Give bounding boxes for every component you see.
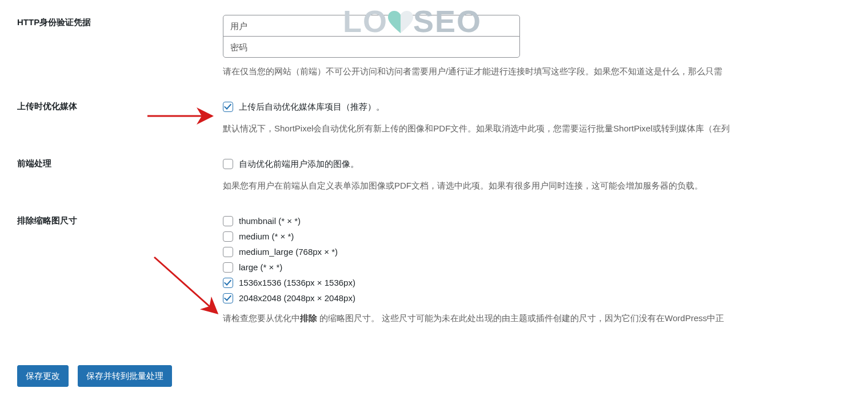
exclude-thumb-checkbox[interactable]: [223, 262, 233, 273]
exclude-thumb-label[interactable]: medium_large (768px × *): [239, 247, 338, 257]
optimize-upload-description: 默认情况下，ShortPixel会自动优化所有新上传的图像和PDF文件。如果取消…: [223, 122, 851, 135]
exclude-thumb-label[interactable]: thumbnail (* × *): [239, 216, 301, 226]
exclude-thumb-checkbox[interactable]: [223, 231, 233, 242]
optimize-upload-checkbox[interactable]: [223, 102, 233, 112]
exclude-thumb-checkbox[interactable]: [223, 278, 233, 288]
http-auth-pass-input[interactable]: [223, 36, 520, 58]
exclude-thumbs-description: 请检查您要从优化中排除 的缩略图尺寸。 这些尺寸可能为未在此处出现的由主题或插件…: [223, 311, 851, 325]
http-auth-description: 请在仅当您的网站（前端）不可公开访问和访问者需要用户/通行证才能进行连接时填写这…: [223, 65, 851, 78]
exclude-thumb-checkbox[interactable]: [223, 216, 233, 226]
frontend-checkbox-label[interactable]: 自动优化前端用户添加的图像。: [239, 159, 359, 170]
optimize-upload-label: 上传时优化媒体: [17, 95, 223, 153]
exclude-thumb-checkbox[interactable]: [223, 293, 233, 303]
exclude-thumbs-label: 排除缩略图尺寸: [17, 210, 223, 342]
exclude-thumb-label[interactable]: 2048x2048 (2048px × 2048px): [239, 293, 355, 303]
frontend-description: 如果您有用户在前端从自定义表单添加图像或PDF文档，请选中此项。如果有很多用户同…: [223, 179, 851, 193]
http-auth-label: HTTP身份验证凭据: [17, 11, 223, 95]
exclude-thumb-checkbox[interactable]: [223, 247, 233, 257]
exclude-thumb-label[interactable]: 1536x1536 (1536px × 1536px): [239, 278, 355, 287]
exclude-thumb-label[interactable]: medium (* × *): [239, 231, 294, 241]
save-bulk-button[interactable]: 保存并转到批量处理: [78, 365, 172, 387]
frontend-label: 前端处理: [17, 153, 223, 210]
optimize-upload-checkbox-label[interactable]: 上传后自动优化媒体库项目（推荐）。: [239, 102, 385, 113]
http-auth-user-input[interactable]: [223, 15, 520, 37]
exclude-thumb-label[interactable]: large (* × *): [239, 262, 282, 272]
frontend-checkbox[interactable]: [223, 159, 233, 169]
save-button[interactable]: 保存更改: [17, 365, 69, 387]
